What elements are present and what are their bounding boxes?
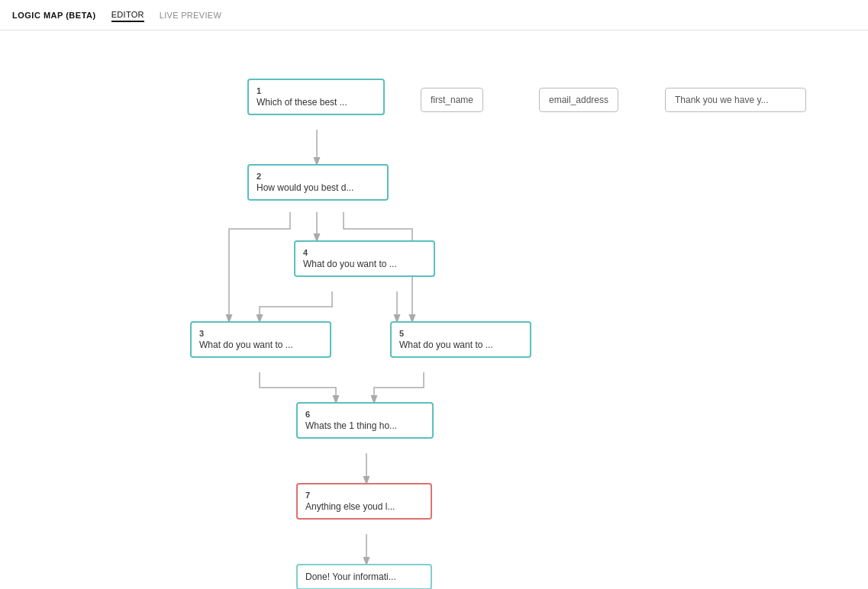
tab-live-preview[interactable]: LIVE PREVIEW xyxy=(160,9,221,21)
plain-node-thankyou[interactable]: Thank you we have y... xyxy=(665,88,806,112)
node-7-num: 7 xyxy=(305,491,423,500)
node-done[interactable]: Done! Your informati... xyxy=(296,564,432,589)
plain-node-thankyou-label: Thank you we have y... xyxy=(675,95,769,105)
plain-node-firstname-label: first_name xyxy=(431,95,473,105)
plain-node-firstname[interactable]: first_name xyxy=(421,88,483,112)
node-4[interactable]: 4 What do you want to ... xyxy=(294,240,435,277)
node-4-label: What do you want to ... xyxy=(303,259,426,269)
node-6[interactable]: 6 Whats the 1 thing ho... xyxy=(296,402,434,439)
node-5-num: 5 xyxy=(399,329,522,338)
node-1-num: 1 xyxy=(257,86,376,95)
canvas: 1 Which of these best ... 2 How would yo… xyxy=(0,31,868,589)
node-3[interactable]: 3 What do you want to ... xyxy=(190,321,331,358)
node-4-num: 4 xyxy=(303,248,426,257)
node-2-num: 2 xyxy=(257,172,379,181)
node-7[interactable]: 7 Anything else youd l... xyxy=(296,483,432,520)
node-6-label: Whats the 1 thing ho... xyxy=(305,420,424,431)
node-1[interactable]: 1 Which of these best ... xyxy=(247,79,385,115)
node-3-label: What do you want to ... xyxy=(199,340,322,350)
node-6-num: 6 xyxy=(305,410,424,419)
node-done-label: Done! Your informati... xyxy=(305,571,423,582)
node-2[interactable]: 2 How would you best d... xyxy=(247,164,389,201)
node-5[interactable]: 5 What do you want to ... xyxy=(390,321,531,358)
tab-editor[interactable]: EDITOR xyxy=(111,8,144,22)
node-1-label: Which of these best ... xyxy=(257,97,376,108)
plain-node-email[interactable]: email_address xyxy=(539,88,618,112)
node-3-num: 3 xyxy=(199,329,322,338)
node-5-label: What do you want to ... xyxy=(399,340,522,350)
plain-node-email-label: email_address xyxy=(549,95,608,105)
node-7-label: Anything else youd l... xyxy=(305,501,423,512)
top-bar: LOGIC MAP (BETA) EDITOR LIVE PREVIEW xyxy=(0,0,868,31)
connector-lines xyxy=(0,31,868,589)
app-title: LOGIC MAP (BETA) xyxy=(12,11,96,20)
node-2-label: How would you best d... xyxy=(257,182,379,193)
